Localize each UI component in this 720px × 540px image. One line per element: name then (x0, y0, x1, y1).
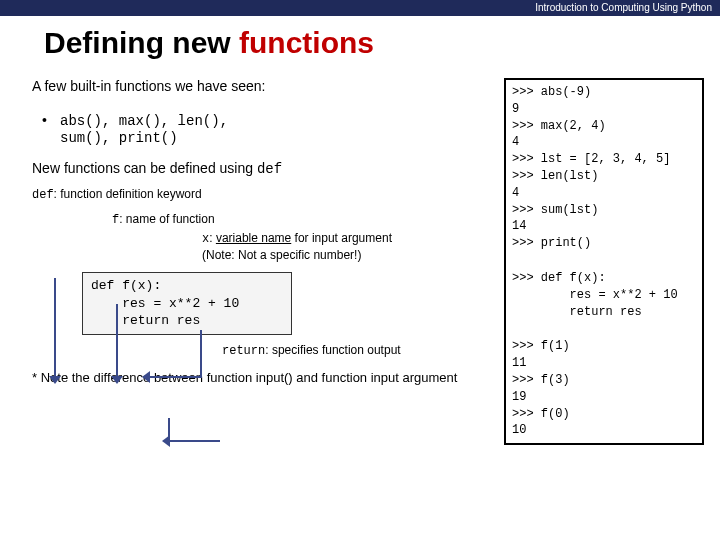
code-l3: return res (91, 312, 283, 330)
def-label: def: function definition keyword (32, 187, 480, 202)
bullet-builtins: abs(), max(), len(), sum(), print() (32, 112, 480, 146)
terminal-block2: >>> def f(x): res = x**2 + 10 return res (506, 266, 702, 324)
bullet-line2: sum(), print() (60, 130, 178, 146)
anno-return-post: : specifies function output (265, 343, 400, 357)
arrow-def-head (49, 376, 61, 384)
terminal-sep1 (506, 256, 702, 266)
course-name: Introduction to Computing Using Python (535, 2, 712, 13)
anno-x-post2: for input argument (291, 231, 392, 245)
new-funcs-pre: New functions can be defined using (32, 160, 257, 176)
terminal-box: >>> abs(-9) 9 >>> max(2, 4) 4 >>> lst = … (504, 78, 704, 445)
anno-return-kw: return (222, 344, 265, 358)
code-l2: res = x**2 + 10 (91, 295, 283, 313)
arrow-f (116, 304, 118, 378)
def-kw: def (32, 188, 54, 202)
arrow-x-h (150, 376, 200, 378)
title-part2: functions (239, 26, 374, 59)
title-part1: Defining new (44, 26, 239, 59)
anno-f: f: name of function (112, 212, 480, 227)
bullet-line1: abs(), max(), len(), (60, 113, 228, 129)
arrow-x (200, 330, 202, 378)
top-bar: Introduction to Computing Using Python (0, 0, 720, 16)
terminal-block3: >>> f(1) 11 >>> f(3) 19 >>> f(0) 10 (506, 334, 702, 443)
arrow-f-head (111, 376, 123, 384)
new-funcs-kw: def (257, 161, 282, 177)
def-kw-post: : function definition keyword (54, 187, 202, 201)
arrow-x-head (142, 371, 150, 383)
anno-x-note: (Note: Not a specific number!) (202, 248, 480, 262)
anno-x: x: variable name for input argument (202, 231, 480, 246)
arrow-def (54, 278, 56, 378)
code-box: def f(x): res = x**2 + 10 return res (82, 272, 292, 335)
arrow-return-v (168, 418, 170, 440)
anno-return: return: specifies function output (222, 343, 480, 358)
left-column: A few built-in functions we have seen: a… (32, 78, 480, 445)
intro-text: A few built-in functions we have seen: (32, 78, 480, 94)
footnote: * Note the difference between function i… (32, 370, 480, 385)
terminal-sep2 (506, 324, 702, 334)
content: A few built-in functions we have seen: a… (0, 78, 720, 445)
arrow-return-h (170, 440, 220, 442)
code-l1: def f(x): (91, 277, 283, 295)
page-title: Defining new functions (0, 16, 720, 78)
anno-x-u: variable name (216, 231, 291, 245)
right-column: >>> abs(-9) 9 >>> max(2, 4) 4 >>> lst = … (504, 78, 704, 445)
anno-f-post: : name of function (119, 212, 214, 226)
new-funcs-line: New functions can be defined using def (32, 160, 480, 177)
terminal-block1: >>> abs(-9) 9 >>> max(2, 4) 4 >>> lst = … (506, 80, 702, 256)
